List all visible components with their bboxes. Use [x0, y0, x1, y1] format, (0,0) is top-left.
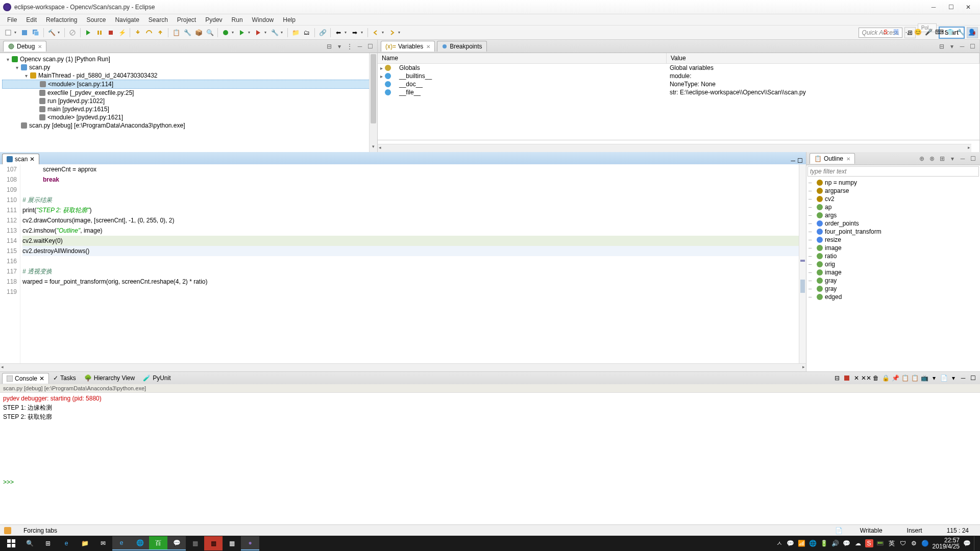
- view-menu-button[interactable]: ⋮: [346, 42, 354, 51]
- back-button[interactable]: [371, 28, 381, 38]
- code-line[interactable]: print("STEP 2: 获取轮廓"): [22, 205, 799, 215]
- debug-tree[interactable]: ▾Opencv scan.py (1) [Python Run]▾scan.py…: [0, 53, 377, 152]
- disconnect-button[interactable]: ⚡: [117, 28, 127, 38]
- outline-tab[interactable]: 📋 Outline ✕: [810, 153, 855, 164]
- clear-console-button[interactable]: 🗑: [872, 374, 880, 382]
- tray-icon[interactable]: 📟: [876, 539, 885, 547]
- code-line[interactable]: [22, 287, 799, 297]
- variable-row[interactable]: __file__str: E:\\eclipse-workspace\\Open…: [378, 88, 979, 96]
- outline-item[interactable]: ─order_points: [808, 219, 978, 228]
- terminate-button[interactable]: [106, 28, 116, 38]
- console-toolbar-button[interactable]: ▾: [949, 374, 958, 382]
- close-icon[interactable]: ✕: [38, 44, 42, 49]
- tray-icon[interactable]: 🌐: [809, 539, 817, 547]
- tray-icon[interactable]: ⚙: [910, 539, 918, 547]
- minimize-view-button[interactable]: ─: [959, 374, 967, 382]
- toolbar-button[interactable]: 🔍: [205, 28, 215, 38]
- ime-mic-icon[interactable]: 🎤: [924, 28, 933, 37]
- show-desktop-button[interactable]: [974, 536, 977, 550]
- tray-icon[interactable]: 🔋: [820, 539, 828, 547]
- menu-edit[interactable]: Edit: [22, 15, 41, 24]
- app-button[interactable]: ▦: [186, 536, 204, 550]
- ime-punct-icon[interactable]: ·,: [902, 28, 912, 37]
- tray-icon[interactable]: 🔊: [831, 539, 840, 547]
- close-icon[interactable]: ✕: [39, 375, 44, 382]
- code-line[interactable]: cv2.destroyAllWindows(): [22, 246, 799, 256]
- status-encoding-icon[interactable]: 📄: [835, 527, 843, 534]
- menu-file[interactable]: File: [3, 15, 21, 24]
- close-icon[interactable]: ✕: [846, 156, 850, 162]
- explorer-button[interactable]: 📁: [76, 536, 94, 550]
- dropdown-icon[interactable]: ▾: [248, 30, 252, 35]
- debug-tree-item[interactable]: ▾scan.py: [2, 63, 375, 71]
- outline-item[interactable]: ─ap: [808, 203, 978, 211]
- dropdown-icon[interactable]: ▾: [264, 30, 268, 35]
- dropdown-icon[interactable]: ▾: [382, 30, 386, 35]
- code-line[interactable]: # 展示结果: [22, 195, 799, 205]
- outline-item[interactable]: ─image: [808, 244, 978, 252]
- dropdown-icon[interactable]: ▾: [345, 30, 349, 35]
- outline-item[interactable]: ─image: [808, 268, 978, 277]
- variable-row[interactable]: ▸__builtins__module:: [378, 72, 979, 80]
- menu-search[interactable]: Search: [144, 15, 172, 24]
- outline-item[interactable]: ─ratio: [808, 252, 978, 260]
- console-toolbar-button[interactable]: ▾: [930, 374, 938, 382]
- chrome-button[interactable]: 🌐: [131, 536, 149, 550]
- toolbar-button[interactable]: ⬅: [333, 28, 344, 38]
- scrollbar-vertical[interactable]: ▴ ▾: [369, 53, 377, 152]
- outline-item[interactable]: ─gray: [808, 277, 978, 285]
- sogou-icon[interactable]: S: [881, 28, 890, 37]
- ie-button[interactable]: e: [112, 536, 131, 550]
- view-toolbar-button[interactable]: ⊟: [325, 42, 333, 51]
- outline-item[interactable]: ─gray: [808, 285, 978, 293]
- maximize-view-button[interactable]: ☐: [969, 374, 977, 382]
- code-line[interactable]: cv2.waitKey(0): [22, 236, 799, 246]
- scroll-lock-button[interactable]: 🔒: [881, 374, 890, 382]
- maximize-view-button[interactable]: ☐: [968, 42, 976, 51]
- pyunit-tab[interactable]: 🧪 PyUnit: [139, 373, 175, 383]
- col-name[interactable]: Name: [378, 53, 667, 63]
- view-menu-button[interactable]: ▾: [948, 155, 957, 163]
- outline-item[interactable]: ─args: [808, 211, 978, 219]
- maximize-view-button[interactable]: ☐: [969, 155, 977, 163]
- debug-tree-item[interactable]: execfile [_pydev_execfile.py:25]: [2, 89, 375, 97]
- toolbar-button[interactable]: 📁: [290, 28, 301, 38]
- outline-item[interactable]: ─edged: [808, 293, 978, 301]
- code-line[interactable]: [22, 256, 799, 266]
- code-line[interactable]: warped = four_point_transform(orig, scre…: [22, 277, 799, 287]
- wechat-button[interactable]: 💬: [167, 536, 186, 550]
- tray-up-icon[interactable]: ㅅ: [775, 539, 783, 547]
- tray-icon[interactable]: 🔵: [921, 539, 929, 547]
- debug-tab[interactable]: Debug ✕: [3, 41, 46, 52]
- tasks-tab[interactable]: ✓ Tasks: [49, 373, 80, 383]
- dropdown-icon[interactable]: ▾: [398, 30, 402, 35]
- dropdown-icon[interactable]: ▾: [58, 30, 62, 35]
- maximize-button[interactable]: ☐: [942, 2, 960, 13]
- outline-item[interactable]: ─orig: [808, 260, 978, 268]
- scrollbar-horizontal[interactable]: ◂ ▸: [0, 363, 806, 371]
- ime-lang-icon[interactable]: 英: [892, 28, 901, 37]
- close-button[interactable]: ✕: [960, 2, 977, 13]
- outline-item[interactable]: ─argparse: [808, 187, 978, 195]
- task-view-button[interactable]: ⊞: [39, 536, 57, 550]
- variables-tab[interactable]: (x)= Variables ✕: [381, 41, 435, 52]
- suspend-button[interactable]: [94, 28, 105, 38]
- remove-terminated-button[interactable]: ✕: [852, 374, 861, 382]
- toolbar-button[interactable]: 📦: [193, 28, 204, 38]
- new-button[interactable]: [3, 28, 13, 38]
- breakpoints-tab[interactable]: Breakpoints: [437, 41, 486, 52]
- minimize-view-button[interactable]: ─: [959, 155, 967, 163]
- outline-filter-input[interactable]: [807, 166, 979, 177]
- code-line[interactable]: break: [22, 174, 799, 185]
- variable-row[interactable]: ▸GlobalsGlobal variables: [378, 64, 979, 72]
- menu-refactoring[interactable]: Refactoring: [42, 15, 81, 24]
- view-toolbar-button[interactable]: ⊗: [928, 155, 936, 163]
- coverage-button[interactable]: [253, 28, 263, 38]
- forward-button[interactable]: [387, 28, 397, 38]
- terminate-console-button[interactable]: [843, 374, 851, 382]
- debug-tree-item[interactable]: <module> [scan.py:114]: [2, 80, 375, 89]
- toolbar-button[interactable]: 🔧: [182, 28, 192, 38]
- debug-tree-item[interactable]: run [pydevd.py:1022]: [2, 97, 375, 105]
- start-menu-button[interactable]: [2, 536, 20, 550]
- tray-date[interactable]: 2019/4/25: [933, 543, 960, 549]
